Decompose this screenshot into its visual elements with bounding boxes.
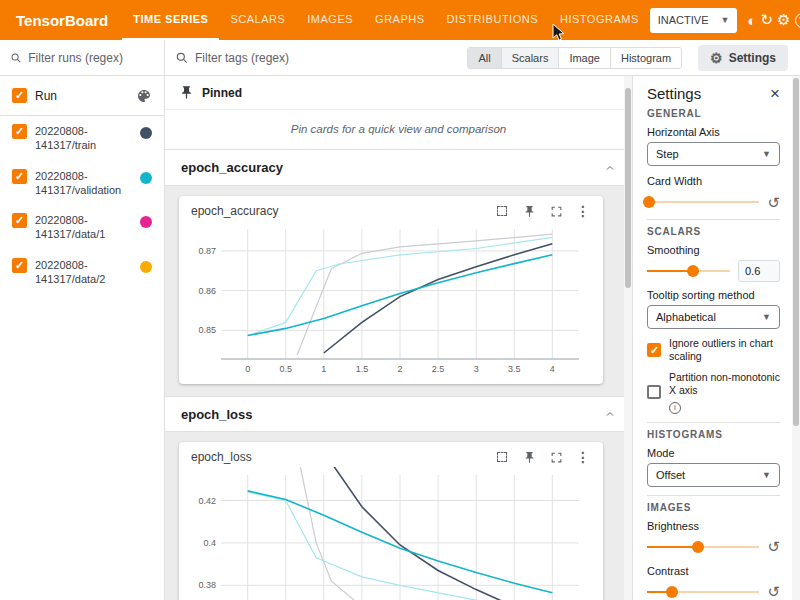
slider-knob[interactable] [687, 265, 699, 277]
tab-graphs[interactable]: GRAPHS [364, 0, 435, 40]
card-actions: ⋮ [494, 203, 591, 219]
section-header-epoch-accuracy[interactable]: epoch_accuracy [165, 150, 632, 186]
svg-text:3: 3 [474, 364, 479, 374]
section-header-epoch-loss[interactable]: epoch_loss [165, 396, 632, 432]
tab-images[interactable]: IMAGES [296, 0, 364, 40]
settings-scrollbar[interactable] [792, 76, 800, 600]
brightness-slider[interactable] [647, 540, 759, 554]
run-row-train[interactable]: 20220808-141317/train [0, 116, 164, 161]
line-chart-epoch-loss[interactable]: 0.360.380.40.42 [187, 467, 591, 600]
pin-card-icon[interactable] [521, 449, 537, 465]
partition-x-axis-row[interactable]: Partition non-monotonic X axis i [647, 371, 780, 413]
ignore-outliers-checkbox[interactable] [647, 343, 661, 357]
histogram-mode-label: Mode [647, 446, 780, 460]
chevron-down-icon: ▼ [762, 312, 771, 322]
more-options-icon[interactable]: ⋮ [575, 449, 591, 465]
reset-icon[interactable]: ↺ [767, 539, 780, 554]
fullscreen-icon[interactable] [548, 449, 564, 465]
tooltip-sorting-label: Tooltip sorting method [647, 288, 780, 302]
chip-all[interactable]: All [468, 48, 501, 68]
histogram-mode-select[interactable]: Offset ▼ [647, 463, 780, 487]
card-actions: ⋮ [494, 449, 591, 465]
gear-icon[interactable]: ⚙ [777, 7, 790, 33]
runs-sidebar: Run 20220808-141317/train 20220808-14131… [0, 40, 165, 600]
collapse-chevron-icon[interactable] [604, 408, 616, 420]
run-checkbox[interactable] [12, 258, 27, 273]
reload-status-dropdown[interactable]: INACTIVE ▼ [650, 8, 738, 33]
line-chart-epoch-accuracy[interactable]: 00.511.522.533.540.850.860.87 [187, 221, 591, 377]
status-label: INACTIVE [658, 14, 709, 26]
close-icon[interactable]: × [770, 85, 780, 102]
card-header: epoch_loss ⋮ [187, 447, 595, 467]
refresh-icon[interactable]: ↻ [760, 7, 773, 33]
collapse-chevron-icon[interactable] [604, 162, 616, 174]
run-row-validation[interactable]: 20220808-141317/validation [0, 161, 164, 206]
palette-icon[interactable] [136, 88, 152, 104]
slider-knob[interactable] [692, 541, 704, 553]
scrollbar-thumb[interactable] [793, 78, 799, 426]
app-logo[interactable]: TensorBoard [0, 12, 122, 29]
pin-card-icon[interactable] [521, 203, 537, 219]
tab-scalars[interactable]: SCALARS [219, 0, 296, 40]
section-body-epoch-accuracy: epoch_accuracy ⋮ 00.511.522.533.540.850.… [165, 186, 632, 396]
horizontal-axis-select[interactable]: Step ▼ [647, 142, 780, 166]
partition-x-axis-checkbox[interactable] [647, 385, 661, 399]
settings-button[interactable]: ⚙ Settings [698, 45, 788, 71]
tab-histograms[interactable]: HISTOGRAMS [549, 0, 650, 40]
run-label: 20220808-141317/validation [35, 169, 132, 198]
run-row-data-2[interactable]: 20220808-141317/data/2 [0, 250, 164, 295]
checkbox-label: Partition non-monotonic X axis [669, 371, 780, 397]
select-all-runs-checkbox[interactable] [12, 88, 27, 103]
chip-image[interactable]: Image [559, 48, 611, 68]
main-scrollbar[interactable] [624, 76, 632, 600]
tab-label: SCALARS [230, 13, 285, 25]
reset-icon[interactable]: ↺ [767, 584, 780, 599]
run-checkbox[interactable] [12, 124, 27, 139]
run-row-data-1[interactable]: 20220808-141317/data/1 [0, 205, 164, 250]
fit-domain-icon[interactable] [494, 203, 510, 219]
tab-label: DISTRIBUTIONS [447, 13, 538, 25]
main-nav-tabs: TIME SERIES SCALARS IMAGES GRAPHS DISTRI… [122, 0, 650, 40]
more-options-icon[interactable]: ⋮ [575, 203, 591, 219]
smoothing-slider[interactable] [647, 264, 730, 278]
section-title: epoch_accuracy [181, 160, 283, 175]
tab-label: GRAPHS [375, 13, 424, 25]
filter-runs-row [0, 40, 164, 76]
filter-runs-input[interactable] [28, 51, 154, 65]
settings-panel-title: Settings [647, 85, 701, 102]
contrast-slider[interactable] [647, 585, 759, 599]
ignore-outliers-row[interactable]: Ignore outliers in chart scaling [647, 337, 780, 363]
chip-label: Histogram [621, 52, 671, 64]
smoothing-value-input[interactable] [738, 260, 780, 282]
info-icon[interactable]: i [669, 402, 681, 414]
chip-scalars[interactable]: Scalars [502, 48, 560, 68]
tag-filter-chips: All Scalars Image Histogram [467, 47, 682, 69]
reset-icon[interactable]: ↺ [767, 195, 780, 210]
settings-panel: Settings × GENERAL Horizontal Axis Step … [632, 76, 800, 600]
help-icon[interactable]: ? [795, 7, 800, 33]
group-label-general: GENERAL [647, 108, 780, 119]
scrollbar-thumb[interactable] [625, 88, 631, 288]
run-checkbox[interactable] [12, 169, 27, 184]
slider-knob[interactable] [666, 586, 678, 598]
chip-histogram[interactable]: Histogram [611, 48, 681, 68]
tooltip-sorting-select[interactable]: Alphabetical ▼ [647, 305, 780, 329]
fit-domain-icon[interactable] [494, 449, 510, 465]
run-checkbox[interactable] [12, 213, 27, 228]
filter-tags-input[interactable] [195, 51, 325, 65]
fullscreen-icon[interactable] [548, 203, 564, 219]
theme-toggle-icon[interactable]: ◐ [747, 7, 756, 33]
tab-distributions[interactable]: DISTRIBUTIONS [436, 0, 549, 40]
svg-text:0.5: 0.5 [279, 364, 292, 374]
svg-text:0.86: 0.86 [198, 286, 216, 296]
scalar-card-epoch-accuracy: epoch_accuracy ⋮ 00.511.522.533.540.850.… [179, 196, 603, 384]
run-header-label: Run [35, 89, 128, 103]
selected-value: Offset [656, 469, 685, 481]
tab-label: HISTOGRAMS [560, 13, 639, 25]
svg-text:0: 0 [245, 364, 250, 374]
slider-knob[interactable] [643, 196, 655, 208]
tab-time-series[interactable]: TIME SERIES [122, 0, 219, 40]
search-icon [10, 51, 22, 65]
card-width-slider[interactable] [647, 195, 759, 209]
group-label-images: IMAGES [647, 502, 780, 513]
